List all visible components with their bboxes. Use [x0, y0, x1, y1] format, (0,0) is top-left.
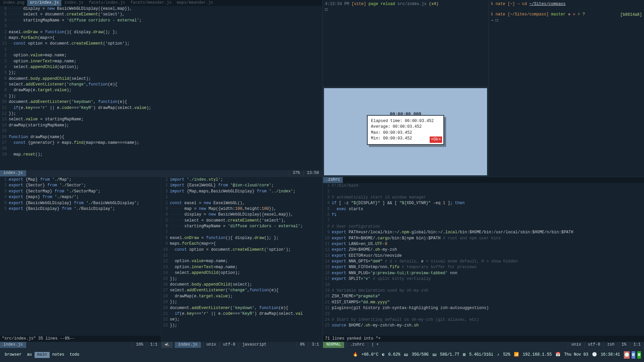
code-area[interactable]: 1#!/bin/bash23# automatically start i3 w… — [323, 183, 644, 329]
stats-dialog: Elapsed time: 00:00:03.452 Average: 00:0… — [367, 115, 444, 145]
tab-row: index.pug src/index.js index.js facets/i… — [0, 0, 322, 6]
commandline: "src/index.js" 35 lines --8%-- — [0, 336, 161, 342]
tab[interactable]: .zshrc — [323, 177, 343, 183]
workspace[interactable]: au — [24, 352, 34, 358]
clock-icon: 🕐 — [592, 352, 597, 358]
tab[interactable]: facets/index.js — [86, 0, 128, 6]
tab[interactable]: src/index.js — [27, 0, 61, 6]
workspace[interactable]: browser — [2, 352, 24, 358]
commandline: 71 lines yanked into "+ — [323, 336, 644, 342]
terminal-shell[interactable]: λ nate [~] → cd ~/Sites/compass λ nate [… — [489, 0, 644, 177]
editor-pane-top[interactable]: index.pug src/index.js index.js facets/i… — [0, 0, 323, 177]
tab[interactable]: facets/meander.js — [128, 0, 174, 6]
stopwatch-panel: 00:00:00.000 Elapsed time: 00:00:03.452 … — [323, 87, 488, 176]
mode-indicator: NORMAL — [323, 342, 344, 348]
code-area[interactable]: 2import './index.styl';1import {EaselWeb… — [161, 177, 323, 328]
calendar-icon: 📅 — [555, 352, 560, 358]
prompt-line: λ nate [~] → cd ~/Sites/compass — [491, 1, 642, 7]
gauge-icon: ◐ — [382, 352, 384, 358]
tab[interactable]: index.js — [61, 0, 86, 6]
tab[interactable]: maps/meander.js — [174, 0, 216, 6]
vite-log-line: 4:13:34 PM [vite] page reload src/index.… — [325, 1, 486, 7]
status-bar: browser au main notes todo 🔥+66.0°C ◐0.6… — [0, 348, 644, 362]
workspace[interactable]: todo — [67, 352, 82, 358]
music-icon: ♪ — [497, 352, 499, 358]
editor-pane-zshrc[interactable]: .zshrc 1#!/bin/bash23# automatically sta… — [323, 177, 644, 348]
prompt-cursor: → □ — [491, 18, 642, 23]
chip-icon: ▤ — [463, 352, 465, 358]
terminal-cursor: □ — [325, 7, 486, 13]
wifi-icon: 📶 — [514, 352, 519, 358]
workspace[interactable]: main — [35, 352, 50, 358]
indicator-icon: ▦ — [632, 351, 635, 358]
file-pill: index.js — [0, 170, 26, 176]
editor-pane-bottom-left[interactable]: 1export {Map} from './Map';2export {Sect… — [0, 177, 323, 348]
code-area[interactable]: 6······display = new BasicWebGLDisplay({… — [0, 6, 322, 158]
workspace[interactable]: notes — [50, 352, 67, 358]
disk-icon: 🖴 — [404, 352, 408, 358]
ok-button[interactable]: <Ok> — [430, 136, 442, 143]
fire-icon: 🔥 — [353, 352, 358, 358]
disk-icon: 🖴 — [432, 352, 436, 358]
indicator-icon: ⬤ — [624, 351, 630, 358]
code-area[interactable]: 1export {Map} from './Map';2export {Sect… — [0, 177, 161, 212]
tab[interactable]: index.pug — [0, 0, 27, 6]
terminal-vite[interactable]: 4:13:34 PM [vite] page reload src/index.… — [323, 0, 489, 177]
statusline: index.js 37% 13:50 — [0, 170, 322, 176]
indicator-icon: ▦ — [637, 351, 641, 358]
